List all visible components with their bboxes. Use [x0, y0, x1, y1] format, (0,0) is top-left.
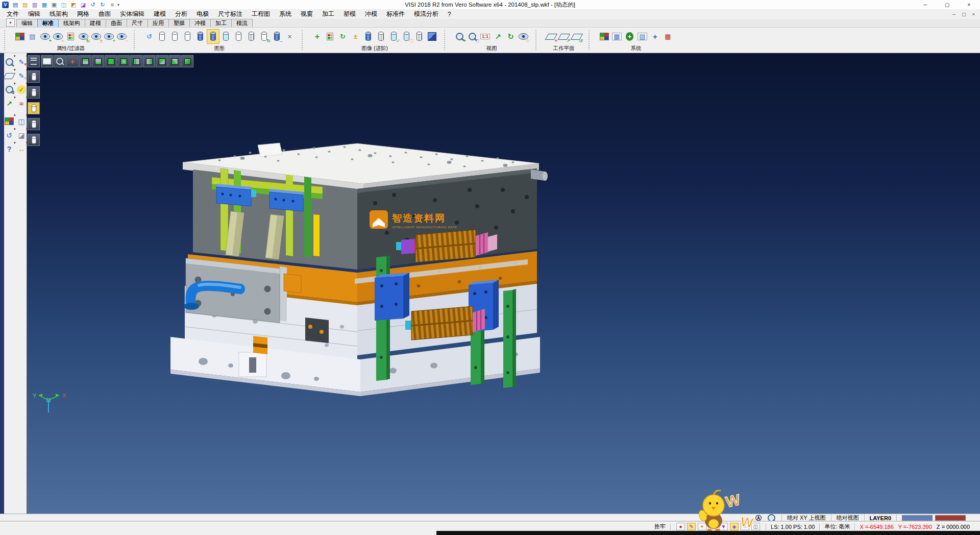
- window-blue-icon[interactable]: ◫: [17, 116, 27, 126]
- workplane-axis-icon[interactable]: +: [545, 30, 557, 43]
- cylinder-update-icon[interactable]: →: [271, 30, 283, 43]
- absolute-view-indicator[interactable]: 绝对视图: [831, 515, 864, 522]
- tab-3[interactable]: 建模: [85, 19, 106, 27]
- confirm-checkbox-icon[interactable]: ✓: [17, 85, 27, 94]
- cylinder-regen-icon[interactable]: ↻: [258, 30, 270, 43]
- cylinder-shaded-icon[interactable]: [194, 30, 206, 43]
- zoom-1to1-icon[interactable]: 1:1: [479, 30, 491, 43]
- image-toggle-icon[interactable]: ±: [350, 30, 361, 43]
- graphics-tools-icon[interactable]: ×: [284, 30, 296, 43]
- tab-1[interactable]: 标准: [37, 19, 59, 27]
- show-all-eye-icon[interactable]: +: [103, 30, 115, 43]
- zoom-previous-icon[interactable]: [5, 57, 14, 67]
- recent-list-icon[interactable]: ≡: [108, 1, 116, 9]
- tab-8[interactable]: 冲模: [189, 19, 211, 27]
- menu-item-16[interactable]: 标准件: [382, 9, 409, 19]
- import-icon[interactable]: ◩: [69, 1, 78, 9]
- layer-color-swatch[interactable]: [902, 515, 933, 521]
- menu-item-6[interactable]: 建模: [149, 9, 170, 19]
- view-iso-back-icon[interactable]: [168, 55, 181, 67]
- filter-traffic-icon[interactable]: [65, 30, 77, 43]
- viewport-3d[interactable]: [27, 53, 980, 514]
- tab-6[interactable]: 应用: [148, 19, 169, 27]
- active-layer-indicator[interactable]: LAYER0: [864, 515, 896, 522]
- lock-toggle[interactable]: 拴牢: [654, 523, 666, 530]
- record-lock-icon[interactable]: ●: [676, 523, 685, 530]
- layer-strip-item-2[interactable]: [28, 86, 40, 99]
- menu-item-9[interactable]: 尺寸标注: [213, 9, 247, 19]
- layer-books-icon[interactable]: [5, 116, 14, 126]
- layer-strip-item-3[interactable]: [28, 102, 40, 114]
- save-all-icon[interactable]: ▦: [40, 1, 48, 9]
- copy-attributes-icon[interactable]: ▤: [27, 30, 38, 43]
- tab-5[interactable]: 尺寸: [127, 19, 148, 27]
- menu-item-7[interactable]: 分析: [170, 9, 192, 19]
- smiley-eye-icon[interactable]: ☺: [518, 30, 529, 43]
- menu-item-5[interactable]: 实体编辑: [115, 9, 149, 19]
- viewport-menu-icon[interactable]: [28, 55, 40, 67]
- pan-view-icon[interactable]: ↗: [492, 30, 504, 43]
- viewport-plane-icon[interactable]: [41, 55, 53, 67]
- minimize-button[interactable]: ─: [914, 0, 936, 9]
- image-traffic-icon[interactable]: [324, 30, 336, 43]
- system-globe-icon[interactable]: +: [624, 30, 635, 43]
- menu-item-17[interactable]: 模流分析: [409, 9, 443, 19]
- measure-icon[interactable]: ↔: [17, 144, 27, 154]
- image-cylinder-solid-icon[interactable]: [362, 30, 374, 43]
- workplane-align-icon[interactable]: ↺: [571, 30, 582, 43]
- layer-strip-item-1[interactable]: [28, 70, 40, 83]
- layer-strip-item-5[interactable]: [28, 134, 40, 146]
- menu-item-10[interactable]: 工程图: [247, 9, 275, 19]
- image-refresh-icon[interactable]: ↻: [337, 30, 349, 43]
- plane-view-icon[interactable]: [5, 71, 14, 81]
- zoom-solid-icon[interactable]: ±: [5, 85, 14, 94]
- close-button[interactable]: ×: [958, 0, 980, 9]
- regen-view-icon[interactable]: ↺: [5, 130, 14, 140]
- image-cylinder-striped-icon[interactable]: [375, 30, 387, 43]
- select-hand-icon[interactable]: +: [649, 30, 661, 43]
- cylinder-dashed-icon[interactable]: [182, 30, 193, 43]
- toolbar-drag-handle[interactable]: [4, 30, 8, 50]
- image-cylinder-wire-icon[interactable]: [413, 30, 425, 43]
- color-palette-icon[interactable]: [598, 30, 610, 43]
- child-minimize-button[interactable]: ─: [952, 12, 955, 17]
- erase-icon[interactable]: ✎×: [17, 57, 27, 67]
- solid-cube-gray-icon[interactable]: ◪: [17, 130, 27, 140]
- workplane-set-icon[interactable]: ↗: [558, 30, 570, 43]
- tab-9[interactable]: 加工: [210, 19, 232, 27]
- redo-icon[interactable]: ↻: [99, 1, 107, 9]
- preview-icon[interactable]: ◫: [60, 1, 68, 9]
- menu-item-15[interactable]: 冲模: [360, 9, 382, 19]
- view-top-icon[interactable]: [79, 55, 91, 67]
- menu-item-14[interactable]: 塑模: [339, 9, 360, 19]
- image-cylinder-tag-icon[interactable]: □: [401, 30, 412, 43]
- refresh-visibility-eye-icon[interactable]: ↻: [78, 30, 89, 43]
- show-add-eye-icon[interactable]: +: [39, 30, 51, 43]
- view-back-icon[interactable]: [117, 55, 130, 67]
- display-window-icon[interactable]: ▦: [611, 30, 623, 43]
- cylinder-wireframe-icon[interactable]: [156, 30, 168, 43]
- menu-item-4[interactable]: 曲面: [94, 9, 115, 19]
- tab-0[interactable]: 编辑: [16, 19, 38, 27]
- toggle-visibility-eye-icon[interactable]: ±: [90, 30, 102, 43]
- menu-item-8[interactable]: 电极: [192, 9, 213, 19]
- save-icon[interactable]: ▥: [31, 1, 39, 9]
- image-cylinder-valid-icon[interactable]: ✓: [388, 30, 400, 43]
- image-add-icon[interactable]: +: [311, 30, 323, 43]
- menu-item-13[interactable]: 加工: [317, 9, 339, 19]
- grid-red-icon[interactable]: ▦: [662, 30, 674, 43]
- hide-remove-eye-icon[interactable]: −: [52, 30, 64, 43]
- sketch-spline-icon[interactable]: ≈: [17, 99, 27, 108]
- export-icon[interactable]: ◪: [79, 1, 87, 9]
- modify-circle-icon[interactable]: ✎○: [17, 71, 27, 81]
- zoom-in-icon[interactable]: +: [454, 30, 465, 43]
- child-restore-button[interactable]: ▢: [962, 12, 966, 17]
- cylinder-transparent-icon[interactable]: [220, 30, 232, 43]
- view-bottom-icon[interactable]: [92, 55, 104, 67]
- viewport-zoom-icon[interactable]: [54, 55, 66, 67]
- status-zoom-icon[interactable]: [767, 515, 776, 522]
- child-close-button[interactable]: ×: [972, 12, 975, 17]
- undo-icon[interactable]: ↺: [89, 1, 97, 9]
- view-shaded-icon[interactable]: [181, 55, 193, 67]
- ucs-axis-icon[interactable]: ↗: [5, 99, 14, 108]
